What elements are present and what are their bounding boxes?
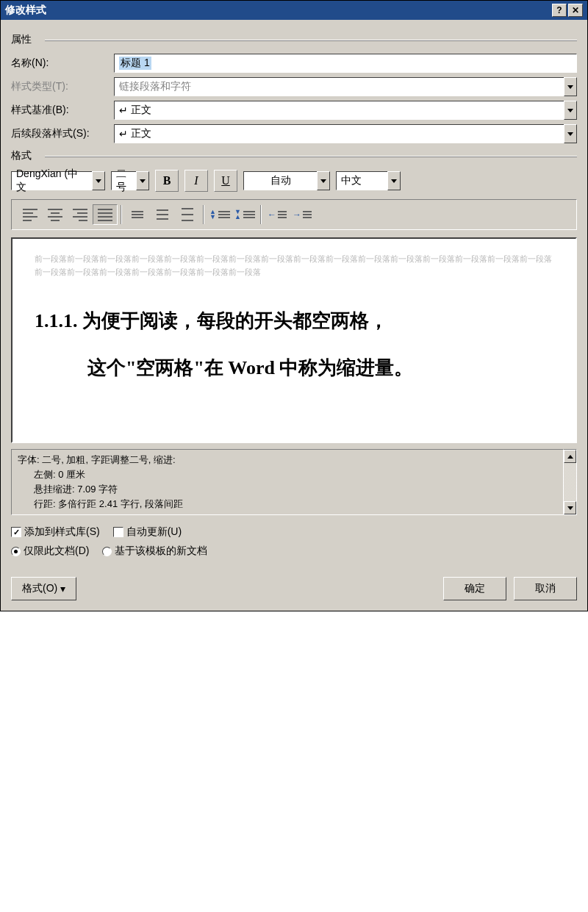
triangle-down-icon [567, 506, 573, 510]
bold-button[interactable]: B [155, 170, 179, 192]
italic-icon: I [194, 174, 198, 187]
description-area: 字体: 二号, 加粗, 字距调整二号, 缩进: 左侧: 0 厘米 悬挂缩进: 7… [11, 449, 577, 515]
font-combo[interactable]: DengXian (中文 [11, 171, 105, 190]
lang-dropdown-button[interactable] [387, 171, 401, 190]
description-scrollbar[interactable] [564, 449, 577, 515]
type-value: 链接段落和字符 [119, 80, 191, 93]
radio-label: 仅限此文档(D) [24, 545, 89, 556]
chevron-down-icon [140, 179, 146, 183]
line-spacing-2-button[interactable] [175, 204, 200, 225]
align-justify-icon [98, 209, 112, 221]
cancel-button[interactable]: 取消 [514, 577, 577, 600]
underline-button[interactable]: U [214, 170, 237, 192]
size-dropdown-button[interactable] [136, 171, 149, 190]
line-spacing-icon [182, 208, 193, 221]
name-input[interactable]: 标题 1 [114, 54, 577, 73]
lang-combo[interactable]: 中文 [336, 171, 401, 190]
based-on-value: 正文 [131, 104, 151, 117]
chevron-down-icon [96, 179, 101, 183]
row-next-style: 后续段落样式(S): ↵ 正文 [11, 124, 577, 143]
radio-icon [102, 547, 112, 556]
space-before-increase-button[interactable]: ▲▼ [207, 204, 232, 225]
spacing-arrow-icon: ▲▼ [209, 209, 230, 220]
based-on-dropdown-button[interactable] [564, 101, 577, 120]
indent-decrease-button[interactable]: ← [265, 204, 290, 225]
titlebar: 修改样式 ? ✕ [1, 1, 587, 20]
format-menu-button[interactable]: 格式(O) ▾ [11, 577, 76, 600]
dialog-buttons: 格式(O) ▾ 确定 取消 [11, 577, 577, 600]
size-combo[interactable]: 二号 [111, 171, 149, 190]
font-dropdown-button[interactable] [92, 171, 105, 190]
space-before-decrease-button[interactable]: ▼▲ [232, 204, 257, 225]
based-on-select[interactable]: ↵ 正文 [114, 101, 564, 120]
name-value: 标题 1 [119, 57, 151, 70]
button-label: 取消 [535, 582, 556, 595]
separator [260, 205, 262, 224]
align-justify-button[interactable] [93, 204, 118, 225]
row-name: 名称(N): 标题 1 [11, 54, 577, 73]
label-next-style: 后续段落样式(S): [11, 127, 114, 140]
line-spacing-icon [132, 211, 143, 218]
scroll-up-button[interactable] [564, 450, 576, 463]
preview-line-1: 1.1.1. 为便于阅读，每段的开头都空两格， [35, 298, 553, 345]
size-value: 二号 [116, 168, 132, 194]
next-style-select[interactable]: ↵ 正文 [114, 124, 564, 143]
desc-line: 悬挂缩进: 7.09 字符 [18, 482, 557, 497]
dialog-title: 修改样式 [5, 4, 46, 17]
checkbox-icon: ✓ [11, 527, 21, 537]
pilcrow-icon: ↵ [119, 104, 128, 116]
label-based-on: 样式基准(B): [11, 104, 114, 117]
format-toolbar-row2: ▲▼ ▼▲ ← → [11, 199, 577, 230]
ok-button[interactable]: 确定 [443, 577, 506, 600]
align-left-button[interactable] [18, 204, 43, 225]
italic-button[interactable]: I [184, 170, 208, 192]
chevron-down-icon [320, 179, 326, 183]
add-to-quick-styles-checkbox[interactable]: ✓添加到样式库(S) [11, 525, 100, 539]
indent-increase-button[interactable]: → [290, 204, 315, 225]
checkbox-label: 添加到样式库(S) [24, 525, 100, 537]
checkbox-icon [113, 527, 123, 537]
chevron-down-icon [567, 85, 573, 89]
chevron-down-icon [391, 179, 397, 183]
next-style-dropdown-button[interactable] [564, 124, 577, 143]
separator [121, 205, 122, 224]
next-style-value: 正文 [131, 127, 151, 140]
underline-icon: U [221, 174, 230, 187]
only-this-document-radio[interactable]: 仅限此文档(D) [11, 545, 89, 558]
pilcrow-icon: ↵ [119, 128, 128, 140]
preview-pane: 前一段落前一段落前一段落前一段落前一段落前一段落前一段落前一段落前一段落前一段落… [11, 237, 577, 443]
new-docs-on-template-radio[interactable]: 基于该模板的新文档 [102, 545, 207, 558]
font-color-dropdown-button[interactable] [317, 171, 330, 190]
type-dropdown-button [564, 77, 577, 96]
row-type: 样式类型(T): 链接段落和字符 [11, 77, 577, 96]
help-button[interactable]: ? [552, 4, 567, 17]
desc-line: 行距: 多倍行距 2.41 字行, 段落间距 [18, 497, 557, 511]
chevron-down-icon [567, 132, 573, 136]
options-area: ✓添加到样式库(S) 自动更新(U) 仅限此文档(D) 基于该模板的新文档 [11, 525, 577, 558]
style-description: 字体: 二号, 加粗, 字距调整二号, 缩进: 左侧: 0 厘米 悬挂缩进: 7… [11, 449, 564, 515]
preview-context-text: 前一段落前一段落前一段落前一段落前一段落前一段落前一段落前一段落前一段落前一段落… [35, 252, 553, 279]
close-button[interactable]: ✕ [568, 4, 583, 17]
format-toolbar-row1: DengXian (中文 二号 B I U 自动 中文 [11, 170, 577, 192]
align-right-button[interactable] [68, 204, 93, 225]
label-type: 样式类型(T): [11, 80, 114, 93]
font-color-combo[interactable]: 自动 [243, 171, 330, 190]
scroll-down-button[interactable] [564, 501, 576, 514]
align-center-icon [48, 209, 62, 221]
type-select: 链接段落和字符 [114, 77, 564, 96]
group-properties: 属性 [11, 33, 577, 46]
align-center-button[interactable] [43, 204, 68, 225]
line-spacing-icon [157, 209, 168, 220]
help-icon: ? [556, 5, 562, 15]
triangle-up-icon [567, 455, 573, 459]
line-spacing-15-button[interactable] [150, 204, 175, 225]
align-right-icon [73, 209, 87, 221]
lang-value: 中文 [341, 174, 362, 187]
chevron-down-icon: ▾ [60, 583, 65, 595]
auto-update-checkbox[interactable]: 自动更新(U) [113, 525, 182, 539]
button-label: 格式(O) [22, 582, 57, 595]
desc-line: 字体: 二号, 加粗, 字距调整二号, 缩进: [18, 453, 557, 467]
scroll-track[interactable] [564, 463, 576, 501]
preview-line-2: 这个"空两格"在 Word 中称为缩进量。 [35, 345, 553, 392]
line-spacing-1-button[interactable] [125, 204, 150, 225]
